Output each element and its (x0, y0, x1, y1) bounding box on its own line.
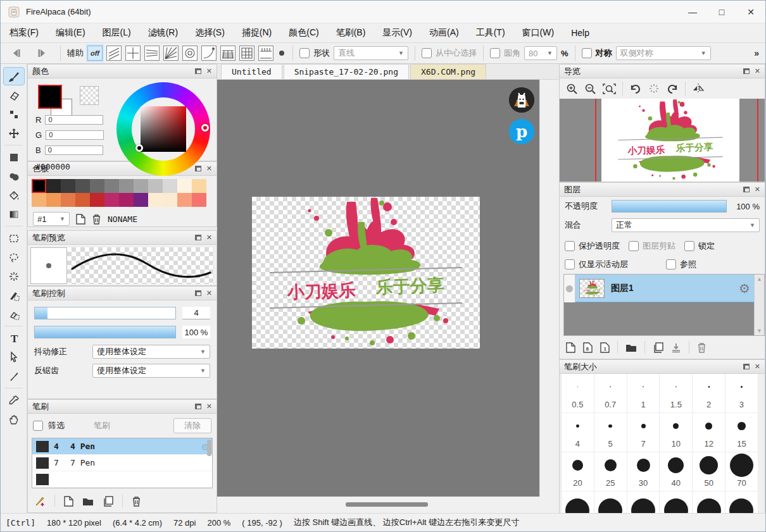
snap-vanishing-button[interactable] (163, 46, 179, 61)
layer-visibility-toggle[interactable] (564, 275, 575, 302)
vertical-scroll-gutter[interactable] (539, 80, 559, 497)
duplicate-brush-icon[interactable] (103, 496, 113, 507)
transparent-color-swatch[interactable] (80, 86, 99, 105)
layer-settings-gear-icon[interactable]: ⚙ (739, 281, 750, 296)
palette-swatch[interactable] (148, 179, 163, 193)
tool-dot[interactable] (3, 105, 25, 123)
new-brush-icon[interactable] (64, 496, 73, 507)
palette-swatch[interactable] (163, 179, 177, 193)
clipping-checkbox[interactable] (629, 241, 639, 251)
snap-perspective-grid-button[interactable] (220, 46, 235, 61)
zoom-out-icon[interactable] (584, 83, 596, 95)
brush-size-cell[interactable]: 4 (562, 413, 594, 452)
round-corner-checkbox[interactable] (490, 48, 500, 58)
snap-top-grid-button[interactable] (258, 46, 273, 61)
float-panel-icon[interactable] (195, 68, 201, 74)
brush-size-cell[interactable]: 40 (660, 452, 693, 492)
reset-rotation-icon[interactable] (648, 83, 660, 94)
layer-name[interactable]: 图层1 (611, 283, 732, 294)
navigator-thumbnail[interactable] (560, 99, 765, 182)
palette-swatch[interactable] (90, 179, 104, 193)
toolbar-overflow-button[interactable]: » (754, 48, 762, 58)
menu-item-11[interactable]: 窗口(W) (522, 27, 555, 39)
rotate-right-icon[interactable] (666, 83, 679, 94)
palette-swatch[interactable] (75, 193, 90, 207)
foreground-color-swatch[interactable] (38, 85, 62, 109)
palette-swatch[interactable] (134, 193, 148, 207)
tool-fill-rect[interactable] (3, 148, 25, 166)
menu-item-7[interactable]: 笔刷(B) (336, 27, 366, 39)
close-panel-icon[interactable]: ✕ (755, 68, 760, 75)
redo-icon[interactable] (36, 47, 47, 59)
brush-size-cell[interactable]: 25 (594, 452, 627, 492)
palette-swatch[interactable] (61, 193, 75, 207)
duplicate-layer-icon[interactable] (653, 342, 663, 353)
palette-swatch[interactable] (119, 179, 134, 193)
float-panel-icon[interactable] (743, 364, 750, 369)
add-layer-icon[interactable] (566, 342, 575, 353)
minimize-button[interactable]: — (678, 1, 707, 23)
menu-item-4[interactable]: 选择(S) (195, 27, 225, 39)
tool-select-eraser[interactable] (3, 305, 25, 323)
palette-swatch[interactable] (46, 193, 61, 207)
palette-slot-select[interactable]: #1▼ (33, 212, 70, 226)
float-panel-icon[interactable] (195, 235, 201, 240)
snap-cross-button[interactable] (125, 46, 141, 61)
palette-swatch[interactable] (75, 179, 90, 193)
layer-folder-icon[interactable] (625, 343, 637, 352)
brush-opacity-slider[interactable] (34, 326, 176, 338)
symmetry-checkbox[interactable] (582, 48, 592, 58)
close-panel-icon[interactable]: ✕ (206, 234, 212, 241)
palette-swatch[interactable] (148, 193, 163, 207)
palette-swatch[interactable] (134, 179, 148, 193)
palette-swatch[interactable] (104, 179, 119, 193)
brush-size-value[interactable]: 4 (182, 307, 210, 319)
shape-select[interactable]: 直线▼ (334, 46, 408, 60)
close-panel-icon[interactable]: ✕ (755, 186, 760, 193)
tool-brush[interactable] (3, 67, 25, 85)
from-center-checkbox[interactable] (422, 48, 432, 58)
tool-eraser[interactable] (3, 86, 25, 104)
palette-swatch[interactable] (192, 193, 206, 207)
close-panel-icon[interactable]: ✕ (755, 363, 760, 370)
brush-row[interactable]: 77 Pen (32, 455, 212, 471)
layer-row[interactable]: 图层1 ⚙ (575, 275, 754, 302)
canvas-viewport[interactable]: p (217, 80, 539, 497)
menu-item-9[interactable]: 动画(A) (429, 27, 459, 39)
menu-item-6[interactable]: 颜色(C) (289, 27, 318, 39)
stabilizer-select[interactable]: 使用整体设定▼ (92, 345, 210, 359)
snap-horizontal-button[interactable] (144, 46, 160, 61)
layer-opacity-slider[interactable] (612, 200, 727, 213)
tool-bucket[interactable] (3, 186, 25, 204)
brush-size-cell[interactable]: 7 (627, 413, 660, 452)
brush-size-cell[interactable]: 20 (562, 452, 594, 492)
menu-item-help[interactable]: Help (571, 28, 589, 38)
palette-swatch[interactable] (32, 193, 46, 207)
brush-list-scroll-thumb[interactable] (207, 440, 211, 456)
snap-parallel-button[interactable] (106, 46, 122, 61)
saturation-value-square[interactable] (141, 106, 186, 152)
symmetry-select[interactable]: 双侧对称▼ (616, 46, 711, 60)
clear-filter-button[interactable]: 清除 (173, 418, 211, 433)
palette-swatch[interactable] (90, 193, 104, 207)
float-panel-icon[interactable] (195, 290, 201, 296)
float-panel-icon[interactable] (743, 187, 750, 192)
float-panel-icon[interactable] (743, 68, 750, 74)
snap-grid-button[interactable] (239, 46, 254, 61)
palette-swatch[interactable] (119, 193, 134, 207)
brush-row[interactable] (32, 471, 212, 488)
tool-select-rect[interactable] (3, 229, 25, 247)
menu-item-2[interactable]: 图层(L) (103, 27, 131, 39)
antialias-select[interactable]: 使用整体设定▼ (92, 364, 210, 378)
brush-filter-checkbox[interactable] (33, 421, 43, 431)
tool-operation[interactable] (3, 348, 25, 366)
horizontal-scroll-thumb[interactable] (346, 502, 428, 507)
document-tab[interactable]: X6D.COM.png (410, 64, 486, 79)
b-slider[interactable]: 0 (45, 145, 103, 155)
brush-size-cell[interactable]: 15 (725, 413, 758, 452)
menu-item-0[interactable]: 档案(F) (9, 27, 39, 39)
palette-swatch[interactable] (177, 179, 192, 193)
layer-list-scrollbar[interactable]: ▲▼ (754, 275, 764, 335)
zoom-fit-icon[interactable] (603, 83, 616, 95)
brush-size-cell[interactable]: 0.5 (562, 374, 594, 413)
